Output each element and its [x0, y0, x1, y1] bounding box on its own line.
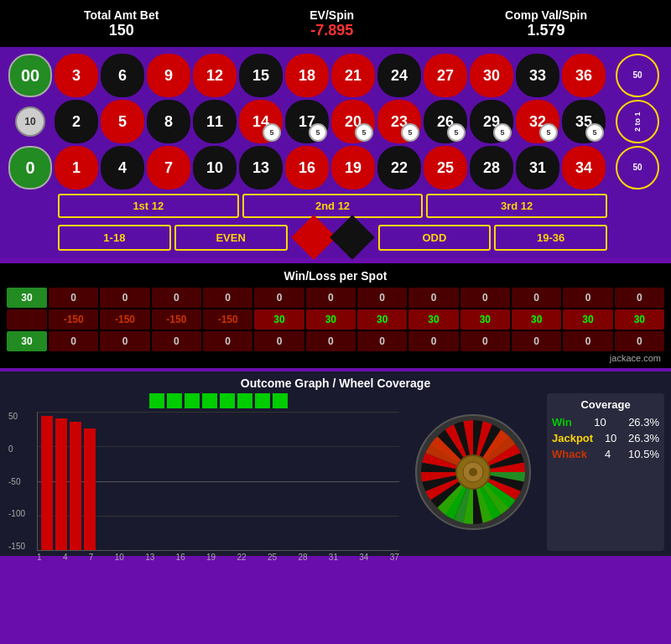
- second-12-btn[interactable]: 2nd 12: [242, 194, 424, 218]
- zero-row2-spacer: 10: [8, 100, 52, 143]
- wl-r1-c4: 0: [203, 288, 252, 308]
- ev-spin-col: EV/Spin -7.895: [309, 8, 354, 39]
- chip-17: 5: [309, 123, 327, 142]
- outcome-title: Outcome Graph / Wheel Coverage: [7, 377, 664, 390]
- one-18-btn[interactable]: 1-18: [58, 225, 171, 251]
- wl-r2-c1: -150: [49, 309, 98, 330]
- dozens-row: 1st 12 2nd 12 3rd 12: [55, 194, 611, 218]
- num-3[interactable]: 3: [55, 54, 98, 97]
- side-bet-bot[interactable]: 50: [616, 146, 659, 190]
- num-1[interactable]: 1: [55, 146, 98, 190]
- wl-r2-c8: 30: [408, 309, 458, 330]
- zero-cell[interactable]: 0: [8, 146, 52, 190]
- bar-1: [41, 416, 53, 550]
- odd-btn[interactable]: ODD: [378, 225, 492, 251]
- wl-r3-c6: 0: [306, 331, 356, 351]
- wl-r1-c1: 0: [49, 288, 98, 308]
- num-10[interactable]: 10: [193, 146, 237, 190]
- wl-r3-c2: 0: [100, 331, 149, 351]
- num-27[interactable]: 27: [424, 54, 467, 97]
- num-5[interactable]: 5: [101, 100, 144, 143]
- wl-r2-c3: -150: [152, 309, 201, 330]
- num-25[interactable]: 25: [424, 146, 467, 190]
- wl-r2-c2: -150: [100, 309, 149, 330]
- num-36[interactable]: 36: [562, 54, 606, 97]
- chip-32: 5: [539, 123, 558, 142]
- num-28[interactable]: 28: [470, 146, 513, 190]
- green-box-5: [220, 393, 235, 408]
- num-16[interactable]: 16: [285, 146, 329, 190]
- num-7[interactable]: 7: [147, 146, 190, 190]
- num-22[interactable]: 22: [377, 146, 421, 190]
- black-diamond[interactable]: [330, 215, 375, 260]
- wl-r1-c11: 0: [563, 288, 612, 308]
- side-bet-top[interactable]: 50: [616, 54, 659, 97]
- wl-r3-c10: 0: [512, 331, 561, 351]
- num-35[interactable]: 355: [562, 100, 606, 143]
- num-15[interactable]: 15: [239, 54, 283, 97]
- chart-area: 50 0 -50 -100 -150: [7, 393, 399, 551]
- green-indicators: [37, 393, 399, 408]
- wl-r3-c4: 0: [203, 331, 252, 351]
- num-19[interactable]: 19: [331, 146, 375, 190]
- num-2[interactable]: 2: [55, 100, 98, 143]
- num-30[interactable]: 30: [470, 54, 513, 97]
- num-18[interactable]: 18: [285, 54, 329, 97]
- third-12-btn[interactable]: 3rd 12: [426, 194, 607, 218]
- wl-label-row3: 30: [7, 331, 47, 351]
- wl-label-row2: [7, 309, 47, 330]
- num-14[interactable]: 145: [239, 100, 283, 143]
- even-btn[interactable]: EVEN: [174, 225, 288, 251]
- winloss-title: Win/Loss per Spot: [7, 267, 664, 285]
- outside-bets-row: 1-18 EVEN ODD 19-36: [55, 221, 611, 253]
- num-33[interactable]: 33: [516, 54, 559, 97]
- num-23[interactable]: 235: [377, 100, 421, 143]
- num-20[interactable]: 205: [331, 100, 375, 143]
- nineteen-36-btn[interactable]: 19-36: [494, 225, 607, 251]
- winloss-section: Win/Loss per Spot 30 0 0 0 0 0 0 0 0 0 0…: [0, 263, 671, 368]
- num-34[interactable]: 34: [562, 146, 606, 190]
- num-31[interactable]: 31: [516, 146, 559, 190]
- main-grid: 3 6 9 12 15 18 21 24 27 30 33 36 2 5 8 1…: [55, 54, 613, 190]
- wl-r2-c9: 30: [460, 309, 510, 330]
- green-box-7: [255, 393, 270, 408]
- roulette-layout: 00 10 0 3 6 9 12 15 18 21 24 27 30 33 36: [8, 54, 663, 190]
- coverage-whack-row: Whack 4 10.5%: [552, 448, 659, 460]
- chart-canvas: [37, 412, 399, 551]
- number-row-1: 3 6 9 12 15 18 21 24 27 30 33 36: [55, 54, 613, 97]
- wl-r1-c3: 0: [152, 288, 201, 308]
- num-4[interactable]: 4: [101, 146, 144, 190]
- num-8[interactable]: 8: [147, 100, 190, 143]
- wl-r3-c3: 0: [152, 331, 201, 351]
- num-29[interactable]: 295: [470, 100, 513, 143]
- coverage-area: Coverage Win 10 26.3% Jackpot 10 26.3% W…: [547, 393, 664, 551]
- wl-r3-c12: 0: [615, 331, 664, 351]
- coverage-title: Coverage: [552, 398, 659, 411]
- wl-label-row1: 30: [7, 288, 47, 308]
- whack-pct: 10.5%: [628, 448, 659, 460]
- num-17[interactable]: 175: [285, 100, 329, 143]
- comp-val-col: Comp Val/Spin 1.579: [505, 8, 587, 39]
- double-zero-cell[interactable]: 00: [8, 54, 52, 97]
- winloss-grid: 30 0 0 0 0 0 0 0 0 0 0 0 0 -150 -150 -15…: [7, 288, 664, 351]
- green-box-3: [185, 393, 200, 408]
- wl-r1-c12: 0: [615, 288, 664, 308]
- num-12[interactable]: 12: [193, 54, 237, 97]
- wl-r3-c9: 0: [460, 331, 510, 351]
- num-9[interactable]: 9: [147, 54, 190, 97]
- num-24[interactable]: 24: [377, 54, 421, 97]
- wl-r3-c11: 0: [563, 331, 612, 351]
- num-26[interactable]: 265: [424, 100, 467, 143]
- roulette-wheel-svg: [414, 413, 532, 531]
- num-6[interactable]: 6: [101, 54, 144, 97]
- num-13[interactable]: 13: [239, 146, 283, 190]
- num-21[interactable]: 21: [331, 54, 375, 97]
- side-bet-mid[interactable]: 2 to 1: [616, 100, 659, 143]
- num-32[interactable]: 325: [516, 100, 559, 143]
- zero-col: 00 10 0: [8, 54, 52, 190]
- wl-r1-c8: 0: [408, 288, 458, 308]
- num-11[interactable]: 11: [193, 100, 237, 143]
- wl-r3-c1: 0: [49, 331, 98, 351]
- first-12-btn[interactable]: 1st 12: [58, 194, 239, 218]
- wl-r2-c11: 30: [563, 309, 612, 330]
